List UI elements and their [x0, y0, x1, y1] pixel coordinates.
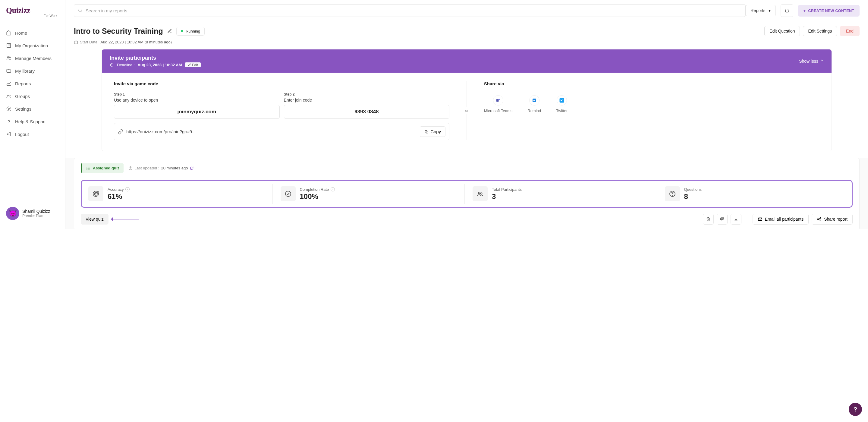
status-dot-icon	[181, 30, 183, 32]
share-twitter[interactable]: Twitter	[556, 95, 567, 113]
chevron-up-icon: ⌃	[820, 59, 824, 64]
assigned-label: Assigned quiz	[93, 166, 119, 170]
group-icon	[6, 93, 11, 99]
print-button[interactable]	[717, 214, 727, 224]
folder-icon	[6, 68, 11, 73]
page-title: Intro to Security Training	[74, 27, 163, 36]
deadline-value: Aug 23, 2023 | 10:32 AM	[138, 63, 182, 67]
deadline-label: Deadline :	[117, 63, 135, 67]
sidebar-label: Help & Support	[15, 119, 46, 124]
stat-value: 61%	[107, 192, 130, 201]
search-box[interactable]	[74, 4, 746, 17]
user-plan: Premier Plan	[22, 214, 50, 218]
share-teams[interactable]: Microsoft Teams	[484, 95, 513, 113]
sidebar-item-groups[interactable]: Groups	[0, 90, 65, 102]
topbar: Reports ▾ + CREATE NEW CONTENT	[65, 0, 868, 21]
svg-point-10	[8, 108, 10, 110]
step1-label: Step 1	[114, 92, 280, 96]
create-content-button[interactable]: + CREATE NEW CONTENT	[798, 5, 860, 17]
calendar-icon	[74, 40, 78, 44]
show-less-toggle[interactable]: Show less ⌃	[799, 59, 824, 64]
stat-label: Completion Rate	[300, 187, 329, 192]
stat-value: 8	[684, 192, 702, 201]
status-text: Running	[186, 29, 200, 33]
stat-completion: Completion Rate i 100%	[277, 184, 465, 204]
download-button[interactable]	[731, 214, 741, 224]
svg-rect-20	[496, 99, 499, 102]
main: Reports ▾ + CREATE NEW CONTENT Intro to …	[65, 0, 868, 229]
stat-participants: Total Participants 3	[469, 184, 657, 204]
updated-value: 20 minutes ago	[161, 166, 188, 170]
clock-icon	[128, 166, 133, 170]
step2-label: Step 2	[284, 92, 450, 96]
caret-down-icon: ▾	[769, 8, 771, 13]
invite-panel: Invite participants Deadline : Aug 23, 2…	[101, 49, 832, 151]
svg-line-47	[818, 219, 820, 220]
mail-icon	[758, 217, 763, 221]
email-participants-button[interactable]: Email all participants	[752, 214, 809, 224]
info-icon[interactable]: i	[125, 187, 130, 191]
report-panel: Assigned quiz Last updated : 20 minutes …	[74, 158, 860, 229]
info-icon[interactable]: i	[331, 187, 335, 191]
share-label: Twitter	[556, 109, 567, 113]
svg-line-46	[818, 218, 820, 219]
sidebar-item-logout[interactable]: Logout	[0, 128, 65, 141]
stats-row: Accuracy i 61% Completion Rate i 100% To…	[81, 180, 852, 208]
email-label: Email all participants	[765, 217, 804, 221]
gamecode-title: Invite via game code	[114, 81, 450, 86]
sidebar-label: Groups	[15, 94, 30, 99]
building-icon	[6, 43, 11, 48]
sidebar-item-home[interactable]: Home	[0, 27, 65, 39]
share-via-title: Share via	[484, 81, 819, 86]
view-quiz-button[interactable]: View quiz	[81, 214, 108, 224]
edit-settings-button[interactable]: Edit Settings	[803, 26, 837, 36]
edit-question-button[interactable]: Edit Question	[764, 26, 800, 36]
sidebar-item-help[interactable]: ? Help & Support	[0, 115, 65, 128]
stat-value: 3	[492, 192, 522, 201]
end-button[interactable]: End	[840, 26, 860, 36]
question-circle-icon	[665, 186, 680, 201]
stat-label: Questions	[684, 187, 702, 192]
svg-point-5	[7, 57, 9, 58]
reports-dropdown[interactable]: Reports ▾	[746, 5, 776, 16]
share-label: Microsoft Teams	[484, 109, 513, 113]
share-label: Remind	[527, 109, 541, 113]
print-icon	[720, 217, 724, 221]
sidebar-label: Reports	[15, 81, 31, 86]
teams-icon	[493, 95, 503, 106]
or-text: or	[464, 107, 470, 114]
share-report-button[interactable]: Share report	[812, 214, 852, 224]
status-badge: Running	[176, 27, 205, 36]
sidebar-label: Home	[15, 30, 27, 36]
trash-icon	[706, 217, 711, 221]
notifications-button[interactable]	[781, 4, 793, 17]
search-input[interactable]	[83, 8, 742, 13]
sidebar-item-reports[interactable]: Reports	[0, 77, 65, 90]
svg-rect-13	[74, 41, 78, 43]
share-icon	[817, 217, 822, 221]
svg-point-9	[9, 95, 10, 96]
svg-point-21	[499, 99, 500, 100]
target-icon	[88, 186, 103, 201]
user-name: Shamil Quizizz	[22, 209, 50, 214]
refresh-button[interactable]	[190, 166, 194, 170]
delete-button[interactable]	[703, 214, 714, 224]
home-icon	[6, 30, 11, 36]
copy-link-button[interactable]: Copy	[420, 126, 445, 137]
link-icon	[118, 129, 123, 134]
sidebar-item-members[interactable]: Manage Members	[0, 52, 65, 64]
share-remind[interactable]: Remind	[527, 95, 541, 113]
sidebar-item-library[interactable]: My library	[0, 64, 65, 77]
divider	[747, 215, 747, 223]
gear-icon	[6, 106, 11, 112]
sidebar-item-settings[interactable]: Settings	[0, 102, 65, 115]
user-box[interactable]: 😈 Shamil Quizizz Premier Plan	[0, 204, 65, 223]
svg-rect-0	[7, 43, 10, 48]
edit-title-button[interactable]	[167, 29, 172, 33]
participants-icon	[472, 186, 488, 201]
sidebar-label: My Organization	[15, 43, 48, 48]
sidebar-item-organization[interactable]: My Organization	[0, 39, 65, 52]
share-report-label: Share report	[824, 217, 847, 221]
edit-deadline-button[interactable]: Edit	[185, 62, 201, 67]
sidebar-label: Settings	[15, 107, 31, 112]
